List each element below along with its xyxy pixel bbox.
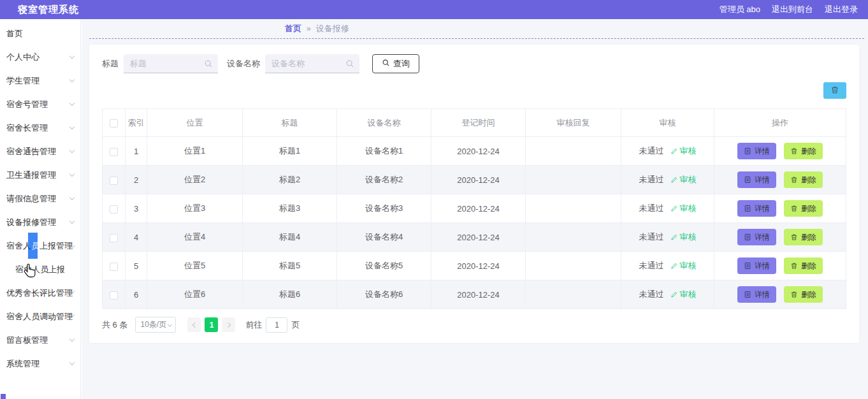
- sidebar-item-best-leader-rating-mgmt[interactable]: 优秀舍长评比管理: [0, 281, 80, 305]
- cell-title: 标题3: [243, 194, 337, 223]
- sidebar-item-message-board-mgmt[interactable]: 留言板管理: [0, 328, 80, 352]
- pencil-icon: [670, 205, 678, 212]
- detail-button[interactable]: 详情: [737, 143, 776, 159]
- corner-decoration: [1, 394, 6, 399]
- sidebar-item-student-mgmt[interactable]: 学生管理: [0, 69, 80, 92]
- row-checkbox[interactable]: [110, 263, 118, 271]
- document-icon: [744, 205, 751, 212]
- row-checkbox[interactable]: [110, 205, 118, 214]
- cell-location: 位置1: [147, 137, 243, 166]
- delete-button[interactable]: 删除: [784, 286, 823, 303]
- cell-index: 5: [126, 252, 147, 280]
- col-header-location: 位置: [147, 109, 243, 137]
- cell-title: 标题2: [243, 166, 337, 194]
- breadcrumb-current: 设备报修: [316, 23, 349, 34]
- detail-button[interactable]: 详情: [737, 286, 776, 303]
- audit-link[interactable]: 审核: [670, 289, 697, 300]
- app-title: 寝室管理系统: [10, 4, 79, 16]
- document-icon: [744, 147, 751, 155]
- pagination: 共 6 条 10条/页 1 前往 页: [102, 317, 846, 333]
- audit-status: 未通过: [639, 145, 664, 157]
- sidebar-item-device-repair-mgmt[interactable]: 设备报修管理: [0, 210, 80, 234]
- page-number-1[interactable]: 1: [205, 317, 218, 332]
- chevron-left-icon: [192, 322, 198, 327]
- cell-date: 2020-12-24: [431, 137, 526, 166]
- delete-button[interactable]: 删除: [784, 258, 823, 274]
- detail-button[interactable]: 详情: [737, 171, 776, 188]
- sidebar-item-dorm-number-mgmt[interactable]: 宿舍号管理: [0, 92, 80, 116]
- row-checkbox[interactable]: [110, 234, 118, 242]
- cell-audit-reply: [526, 223, 621, 252]
- audit-link[interactable]: 审核: [670, 260, 697, 272]
- chevron-down-icon: [69, 101, 75, 106]
- document-icon: [744, 291, 751, 298]
- current-user[interactable]: 管理员 abo: [720, 4, 760, 15]
- sidebar-item-dorm-notice-mgmt[interactable]: 宿舍通告管理: [0, 140, 80, 163]
- row-checkbox[interactable]: [110, 148, 118, 156]
- next-page-button[interactable]: [222, 317, 235, 332]
- sidebar-item-dorm-personnel-report-mgmt[interactable]: 宿舍人员上报管理: [0, 234, 80, 258]
- sidebar-item-personal-center[interactable]: 个人中心: [0, 45, 80, 69]
- delete-button[interactable]: 删除: [784, 143, 823, 159]
- row-checkbox[interactable]: [110, 291, 118, 300]
- sidebar-item-hygiene-report-mgmt[interactable]: 卫生通报管理: [0, 163, 80, 187]
- cell-date: 2020-12-24: [431, 280, 526, 309]
- cell-device: 设备名称5: [337, 252, 431, 280]
- cell-index: 6: [126, 280, 147, 309]
- sidebar-subitem-dorm-personnel-report[interactable]: 宿舍人员上报: [0, 258, 80, 281]
- breadcrumb: 首页 » 设备报修: [82, 19, 868, 38]
- delete-button[interactable]: 删除: [784, 200, 823, 217]
- sidebar-item-leave-info-mgmt[interactable]: 请假信息管理: [0, 187, 80, 210]
- audit-link[interactable]: 审核: [670, 231, 697, 243]
- detail-button[interactable]: 详情: [737, 200, 776, 217]
- col-header-register-time: 登记时间: [431, 109, 526, 137]
- table-row: 6 位置6 标题6 设备名称6 2020-12-24 未通过 审核 详情: [103, 280, 846, 309]
- device-repair-table: 索引 位置 标题 设备名称 登记时间 审核回复 审核 操作 1 位置1 标题1 …: [102, 108, 846, 309]
- sidebar-item-personnel-transfer-mgmt[interactable]: 宿舍人员调动管理: [0, 305, 80, 328]
- query-button[interactable]: 查询: [372, 54, 419, 73]
- app-window: 寝室管理系统 管理员 abo 退出到前台 退出登录 首页 个人中心 学生管理 宿…: [0, 0, 868, 399]
- row-checkbox[interactable]: [110, 177, 118, 185]
- trash-icon: [790, 262, 798, 270]
- pencil-icon: [670, 291, 678, 298]
- cell-device: 设备名称2: [337, 166, 431, 194]
- chevron-down-icon: [69, 77, 75, 82]
- cell-audit-reply: [526, 194, 621, 223]
- page-size-select[interactable]: 10条/页: [135, 317, 176, 333]
- audit-link[interactable]: 审核: [670, 145, 697, 157]
- select-all-checkbox[interactable]: [110, 119, 118, 127]
- cell-location: 位置3: [147, 194, 243, 223]
- goto-page-input[interactable]: [266, 317, 287, 333]
- cell-index: 2: [126, 166, 147, 194]
- pencil-icon: [670, 233, 678, 241]
- audit-link[interactable]: 审核: [670, 174, 697, 185]
- trash-icon: [830, 85, 839, 96]
- delete-button[interactable]: 删除: [784, 171, 823, 188]
- audit-link[interactable]: 审核: [670, 203, 697, 214]
- dashed-divider: [89, 38, 864, 39]
- delete-button[interactable]: 删除: [784, 229, 823, 245]
- top-header: 寝室管理系统 管理员 abo 退出到前台 退出登录: [0, 0, 868, 19]
- detail-button[interactable]: 详情: [737, 258, 776, 274]
- chevron-down-icon: [69, 148, 75, 153]
- search-icon: [382, 59, 390, 69]
- prev-page-button[interactable]: [187, 317, 201, 332]
- cell-device: 设备名称3: [337, 194, 431, 223]
- search-form: 标题 设备名称 查询: [102, 54, 846, 73]
- batch-delete-button[interactable]: [823, 82, 846, 99]
- col-header-index: 索引: [126, 109, 147, 137]
- exit-to-front-link[interactable]: 退出到前台: [772, 4, 813, 15]
- table-row: 4 位置4 标题4 设备名称4 2020-12-24 未通过 审核 详情: [103, 223, 846, 252]
- detail-button[interactable]: 详情: [737, 229, 776, 245]
- cell-date: 2020-12-24: [431, 223, 526, 252]
- breadcrumb-home[interactable]: 首页: [285, 23, 301, 34]
- sidebar-item-dorm-leader-mgmt[interactable]: 宿舍长管理: [0, 116, 80, 140]
- sidebar-item-system-mgmt[interactable]: 系统管理: [0, 352, 80, 375]
- table-toolbar: [102, 82, 846, 99]
- sidebar-item-home[interactable]: 首页: [0, 22, 80, 45]
- content-card: 标题 设备名称 查询: [89, 45, 859, 343]
- logout-link[interactable]: 退出登录: [825, 4, 858, 15]
- col-header-device-name: 设备名称: [337, 109, 431, 137]
- table-row: 5 位置5 标题5 设备名称5 2020-12-24 未通过 审核 详情: [103, 252, 846, 280]
- breadcrumb-separator-icon: »: [307, 24, 311, 33]
